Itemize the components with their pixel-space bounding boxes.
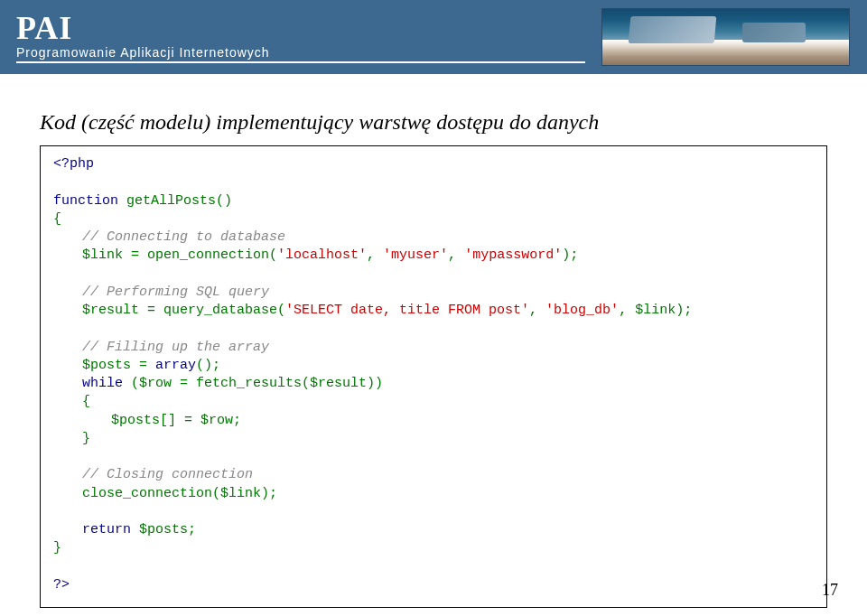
code-fn-name: getAllPosts() bbox=[118, 193, 232, 209]
code-kw-return: return bbox=[82, 522, 131, 537]
code-result-assign: $result = query_database( bbox=[82, 303, 285, 318]
code-while-cond: ($row = fetch_results($result)) bbox=[123, 376, 383, 391]
code-return-val: $posts; bbox=[131, 522, 196, 537]
code-box: <?php function getAllPosts() { // Connec… bbox=[40, 145, 827, 608]
code-kw-function: function bbox=[53, 193, 118, 209]
code-comment-filling: // Filling up the array bbox=[82, 340, 269, 355]
slide-content: Kod (część modelu) implementujący warstw… bbox=[0, 74, 867, 608]
code-php-open: <?php bbox=[53, 156, 94, 172]
header-photo bbox=[601, 8, 850, 66]
code-while-brace-open: { bbox=[82, 394, 90, 409]
code-kw-array: array bbox=[155, 358, 196, 373]
code-str-select: 'SELECT date, title FROM post' bbox=[285, 303, 529, 318]
code-comment-closing: // Closing connection bbox=[82, 467, 253, 482]
code-str-localhost: 'localhost' bbox=[277, 247, 367, 263]
code-php-close: ?> bbox=[53, 577, 70, 593]
code-posts-push: $posts[] = $row; bbox=[111, 413, 241, 428]
header-title: PAI bbox=[16, 9, 270, 47]
slide-title: Kod (część modelu) implementujący warstw… bbox=[40, 110, 827, 135]
header-underline bbox=[16, 61, 585, 63]
header-subtitle: Programowanie Aplikacji Internetowych bbox=[16, 45, 270, 60]
code-link-assign: $link = open_connection( bbox=[82, 247, 277, 263]
code-close-conn: close_connection($link); bbox=[82, 486, 277, 501]
code-brace-close: } bbox=[53, 540, 61, 555]
code-while-brace-close: } bbox=[82, 431, 90, 446]
header-banner: PAI Programowanie Aplikacji Internetowyc… bbox=[0, 0, 867, 74]
code-comment-query: // Performing SQL query bbox=[82, 285, 269, 300]
code-str-mypassword: 'mypassword' bbox=[464, 247, 562, 263]
code-brace-open: { bbox=[53, 211, 61, 227]
header-text-block: PAI Programowanie Aplikacji Internetowyc… bbox=[16, 9, 270, 60]
code-posts-assign: $posts = bbox=[82, 358, 155, 373]
code-comment-connect: // Connecting to database bbox=[82, 229, 285, 245]
code-str-blogdb: 'blog_db' bbox=[545, 303, 619, 318]
code-kw-while: while bbox=[82, 376, 123, 391]
code-str-myuser: 'myuser' bbox=[383, 247, 448, 263]
page-number: 17 bbox=[822, 581, 838, 600]
